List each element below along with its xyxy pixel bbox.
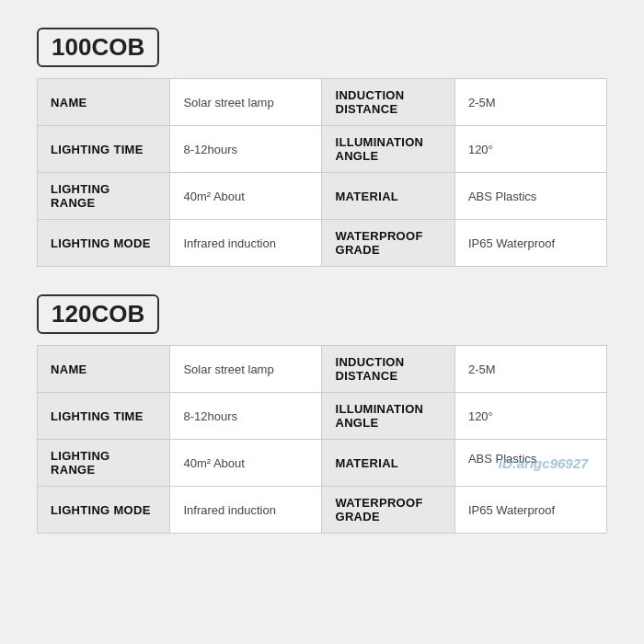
- left-label: LIGHTING TIME: [38, 126, 170, 173]
- right-value: 120°: [454, 126, 606, 173]
- left-value: 40m² About: [170, 173, 322, 220]
- right-label: INDUCTION DISTANCE: [322, 346, 454, 393]
- left-label: LIGHTING RANGE: [38, 440, 170, 487]
- table-row: LIGHTING RANGE40m² AboutMATERIALABS Plas…: [38, 440, 607, 487]
- left-value: Infrared induction: [170, 220, 322, 267]
- spec-table-section-100cob: NAMESolar street lampINDUCTION DISTANCE2…: [37, 78, 607, 267]
- right-label: MATERIAL: [322, 440, 454, 487]
- section-120cob: 120COBNAMESolar street lampINDUCTION DIS…: [37, 294, 607, 534]
- table-row: LIGHTING TIME8-12hoursILLUMINATION ANGLE…: [38, 393, 607, 440]
- left-value: 8-12hours: [170, 126, 322, 173]
- table-row: LIGHTING MODEInfrared inductionWATERPROO…: [38, 487, 607, 534]
- right-value: 2-5M: [454, 346, 606, 393]
- page: 100COBNAMESolar street lampINDUCTION DIS…: [0, 0, 644, 644]
- left-label: LIGHTING MODE: [38, 487, 170, 534]
- left-label: NAME: [38, 79, 170, 126]
- right-value: IP65 Waterproof: [454, 220, 606, 267]
- left-value: Solar street lamp: [170, 79, 322, 126]
- section-100cob: 100COBNAMESolar street lampINDUCTION DIS…: [37, 28, 607, 267]
- section-title-section-100cob: 100COB: [37, 28, 159, 67]
- left-value: Solar street lamp: [170, 346, 322, 393]
- spec-table-section-120cob: NAMESolar street lampINDUCTION DISTANCE2…: [37, 345, 607, 534]
- right-value: IP65 Waterproof: [454, 487, 606, 534]
- table-row: NAMESolar street lampINDUCTION DISTANCE2…: [38, 346, 607, 393]
- right-label: INDUCTION DISTANCE: [322, 79, 454, 126]
- left-value: 40m² About: [170, 440, 322, 487]
- right-label: WATERPROOF GRADE: [322, 220, 454, 267]
- left-value: 8-12hours: [170, 393, 322, 440]
- left-label: LIGHTING RANGE: [38, 173, 170, 220]
- right-value: 120°: [454, 393, 606, 440]
- right-label: ILLUMINATION ANGLE: [322, 393, 454, 440]
- table-row: NAMESolar street lampINDUCTION DISTANCE2…: [38, 79, 607, 126]
- right-value: ABS PlasticsID:arigc96927: [454, 440, 606, 487]
- right-value-text: ABS Plastics: [468, 452, 536, 466]
- table-row: LIGHTING RANGE40m² AboutMATERIALABS Plas…: [38, 173, 607, 220]
- left-label: LIGHTING MODE: [38, 220, 170, 267]
- table-row: LIGHTING MODEInfrared inductionWATERPROO…: [38, 220, 607, 267]
- right-value: 2-5M: [454, 79, 606, 126]
- right-value: ABS Plastics: [454, 173, 606, 220]
- left-label: LIGHTING TIME: [38, 393, 170, 440]
- left-label: NAME: [38, 346, 170, 393]
- left-value: Infrared induction: [170, 487, 322, 534]
- right-label: MATERIAL: [322, 173, 454, 220]
- right-label: WATERPROOF GRADE: [322, 487, 454, 534]
- section-title-section-120cob: 120COB: [37, 294, 159, 334]
- table-row: LIGHTING TIME8-12hoursILLUMINATION ANGLE…: [38, 126, 607, 173]
- right-label: ILLUMINATION ANGLE: [322, 126, 454, 173]
